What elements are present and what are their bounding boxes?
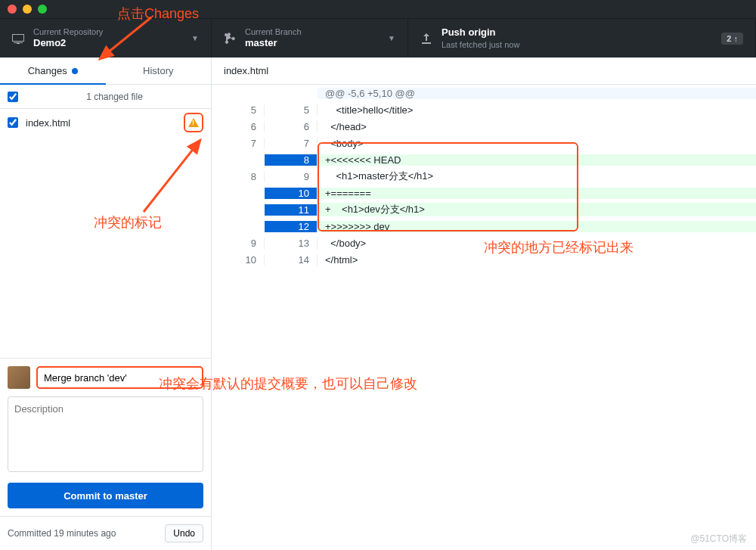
diff-line[interactable]: 12+>>>>>>> dev [212, 218, 756, 235]
repo-selector[interactable]: Current Repository Demo2 ▼ [0, 19, 212, 57]
branch-name: master [245, 37, 302, 50]
line-num-new: 6 [265, 121, 318, 132]
changed-file-row[interactable]: index.html [0, 109, 211, 136]
diff-line[interactable]: 11+ <h1>dev分支</h1> [212, 201, 756, 218]
commit-button[interactable]: Commit to master [8, 483, 203, 508]
annotation-conflict-marked: 冲突的地方已经标记出来 [484, 238, 634, 256]
annotation-click-changes: 点击Changes [117, 5, 199, 23]
annotation-conflict-mark: 冲突的标记 [94, 213, 162, 231]
line-num-old: 10 [212, 254, 265, 266]
tab-changes-label: Changes [28, 65, 67, 76]
diff-line[interactable]: 89 <h1>master分支</h1> [212, 168, 756, 185]
file-list: index.html [0, 109, 211, 358]
code-text: </head> [318, 121, 756, 132]
desktop-icon [12, 33, 24, 45]
undo-button[interactable]: Undo [165, 524, 203, 542]
code-text: <body> [318, 138, 756, 149]
diff-line[interactable]: 55 <title>hello</title> [212, 101, 756, 118]
branch-icon [224, 33, 236, 45]
code-text: <title>hello</title> [318, 104, 756, 116]
line-num-old: 9 [212, 238, 265, 249]
zoom-window-icon[interactable] [38, 5, 47, 14]
commit-btn-branch: master [115, 490, 147, 502]
file-checkbox[interactable] [8, 117, 18, 128]
line-num-new: 8 [265, 154, 318, 166]
diff-panel: index.html @@ -5,6 +5,10 @@55 <title>hel… [212, 57, 756, 550]
diff-line[interactable]: 77 <body> [212, 135, 756, 151]
line-num-new: 7 [265, 138, 318, 149]
sidebar-tabs: Changes History [0, 57, 211, 85]
line-num-old: 7 [212, 138, 265, 149]
code-text: <h1>master分支</h1> [318, 169, 756, 183]
file-name: index.html [26, 117, 184, 129]
close-window-icon[interactable] [8, 5, 17, 14]
changed-count: 1 changed file [26, 92, 203, 102]
diff-line[interactable]: 66 </head> [212, 118, 756, 135]
commit-btn-prefix: Commit to [64, 490, 115, 502]
line-num-new: 9 [265, 171, 318, 182]
conflict-warning-badge [184, 113, 203, 132]
diff-line[interactable]: @@ -5,6 +5,10 @@ [212, 85, 756, 101]
push-sub: Last fetched just now [442, 39, 519, 50]
diff-line[interactable]: 10+======= [212, 185, 756, 201]
mac-titlebar [0, 0, 756, 18]
warning-icon [188, 118, 199, 127]
app-window: Current Repository Demo2 ▼ Current Branc… [0, 0, 756, 550]
code-text: +<<<<<<< HEAD [318, 154, 756, 166]
svg-rect-0 [13, 35, 23, 41]
chevron-down-icon: ▼ [388, 34, 395, 42]
tab-history-label: History [143, 65, 173, 76]
code-text: + <h1>dev分支</h1> [318, 203, 756, 216]
line-num-old: 5 [212, 104, 265, 116]
line-num-new: 5 [265, 104, 318, 116]
code-text: +======= [318, 188, 756, 199]
diff-line[interactable]: 8+<<<<<<< HEAD [212, 151, 756, 168]
line-num-new: 13 [265, 238, 318, 249]
sidebar: Changes History 1 changed file index.htm… [0, 57, 212, 550]
top-toolbar: Current Repository Demo2 ▼ Current Branc… [0, 18, 756, 57]
annotation-default-summary: 冲突会有默认的提交概要，也可以自己修改 [159, 374, 417, 393]
repo-label: Current Repository [33, 26, 103, 37]
line-num-new: 14 [265, 254, 318, 266]
push-icon [420, 33, 432, 45]
select-all-checkbox[interactable] [8, 92, 18, 102]
repo-name: Demo2 [33, 37, 103, 50]
committed-text: Committed 19 minutes ago [8, 528, 116, 539]
push-label: Push origin [442, 26, 519, 39]
line-num-new: 11 [265, 204, 318, 216]
tab-history[interactable]: History [106, 57, 212, 84]
chevron-down-icon: ▼ [191, 34, 199, 42]
avatar [8, 366, 30, 389]
unsaved-dot-icon [72, 68, 78, 74]
diff-view[interactable]: @@ -5,6 +5,10 @@55 <title>hello</title>6… [212, 85, 756, 550]
last-commit-row: Committed 19 minutes ago Undo [0, 516, 211, 550]
push-button[interactable]: Push origin Last fetched just now 2 ↑ [408, 19, 756, 57]
code-text: @@ -5,6 +5,10 @@ [318, 88, 756, 99]
diff-file-header: index.html [212, 57, 756, 85]
watermark: @51CTO博客 [690, 533, 747, 545]
commit-description-input[interactable] [8, 396, 203, 472]
line-num-old: 6 [212, 121, 265, 132]
line-num-old: 8 [212, 171, 265, 182]
code-text: +>>>>>>> dev [318, 221, 756, 232]
branch-selector[interactable]: Current Branch master ▼ [212, 19, 408, 57]
line-num-new: 10 [265, 188, 318, 199]
tab-changes[interactable]: Changes [0, 57, 106, 84]
push-count-badge: 2 ↑ [721, 33, 743, 45]
line-num-new: 12 [265, 221, 318, 232]
changes-header: 1 changed file [0, 85, 211, 109]
minimize-window-icon[interactable] [23, 5, 32, 14]
branch-label: Current Branch [245, 26, 302, 37]
